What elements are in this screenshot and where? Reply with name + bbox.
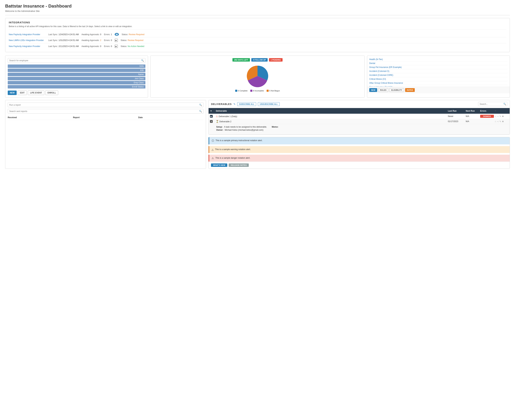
del-share-icon-2[interactable]: < xyxy=(497,120,499,123)
insurance-item-1[interactable]: Dental xyxy=(369,61,508,65)
employee-btn-row: NEW EDIT LIFE EVENT ENROLL xyxy=(8,90,146,95)
del-name-2: ⏳ Deliverable 2 xyxy=(216,120,447,123)
report-col-received: Received xyxy=(8,116,73,119)
insurance-eligibility-button[interactable]: ELIGIBILITY xyxy=(389,88,404,92)
del-edit-icon-2[interactable]: ✎ xyxy=(499,120,501,123)
del-last-ran-1: Never xyxy=(448,115,465,118)
search-sent-icon[interactable]: 🔍 xyxy=(198,109,203,113)
integration-link-3[interactable]: New Paylocity Integration Provider xyxy=(9,45,46,47)
edit-employee-button[interactable]: EDIT xyxy=(18,90,27,95)
integration-link-2[interactable]: New LIMRA LDEx Integration Provider xyxy=(9,39,46,42)
notification-danger-text: This is a sample danger notation alert. xyxy=(215,157,250,159)
employee-search-icon[interactable]: 🔍 xyxy=(140,58,145,63)
insurance-item-6[interactable]: Aflac Group Critical Illness Insurance xyxy=(369,81,508,85)
run-report-search-icon[interactable]: 🔍 xyxy=(198,103,203,107)
search-sent-reports-row[interactable]: 🔍 xyxy=(8,109,203,113)
status-value-2: Review Required xyxy=(128,39,143,42)
legend-complete: 6 Complete xyxy=(235,90,247,92)
sync-date-1: 1/24/2023 4:24:51 AM xyxy=(59,33,79,36)
last-sync-1: Last Sync: 1/24/2023 4:24:51 AM xyxy=(48,33,79,36)
del-edit-icon-1[interactable]: ✎ xyxy=(499,115,501,118)
insurance-item-7[interactable]: Group Voluntary Disability xyxy=(369,85,508,87)
follow-up-badge: 4 FOLLOW UP xyxy=(251,58,268,61)
employee-search-input[interactable] xyxy=(8,59,140,63)
del-dismiss-button-1[interactable]: DISMISS xyxy=(480,115,494,118)
integration-row-2: New LIMRA LDEx Integration Provider Last… xyxy=(9,38,506,43)
notification-danger: ⚠ This is a sample danger notation alert… xyxy=(208,155,510,162)
field-ssn[interactable]: SSN xyxy=(8,65,146,68)
employee-search-row[interactable]: 🔍 xyxy=(8,58,146,63)
insurance-rates-button[interactable]: RATES xyxy=(405,88,415,92)
del-col-deliverable: Deliverable xyxy=(216,110,447,112)
insurance-item-0[interactable]: Health (N-Tier) xyxy=(369,57,508,61)
del-share-icon-1[interactable]: < xyxy=(497,115,499,118)
employee-search-panel: 🔍 SSN EID Name Job Class Emp Class Enrol… xyxy=(5,56,148,98)
legend-dot-not-begun xyxy=(267,90,269,92)
status-value-1: Review Required xyxy=(129,33,144,36)
whats-new-button[interactable]: WHAT'S NEW xyxy=(211,164,227,167)
life-event-button[interactable]: LIFE EVENT xyxy=(28,90,44,95)
del-expand-2[interactable]: ▼ xyxy=(210,120,213,123)
integrations-section: INTEGRATIONS Below is a listing of all a… xyxy=(5,18,510,52)
employee-field-list: SSN EID Name Job Class Emp Class Enroll … xyxy=(8,65,146,89)
del-expand-1[interactable]: ▶ xyxy=(210,115,213,118)
info-icon: ⓘ xyxy=(212,139,214,142)
insurance-item-2[interactable]: Group Pet Insurance (ER Example) xyxy=(369,65,508,69)
pause-button-1[interactable]: ▮▮ xyxy=(115,33,119,36)
play-button-2[interactable]: ▶ xyxy=(115,39,118,42)
insurance-item-4[interactable]: Accident (Colonial-CORE) xyxy=(369,73,508,77)
del-col-errors: Errors xyxy=(480,110,494,112)
deliverables-search-input[interactable] xyxy=(478,102,502,106)
setup-value: A task needs to be assigned to this deli… xyxy=(224,126,267,128)
awaiting-2: Awaiting Approvals: 2 xyxy=(81,39,101,42)
play-button-3[interactable]: ▶ xyxy=(115,45,118,48)
deliverables-panel: DELIVERABLES ✎ SUBSCRIBE ALL UNSUBSCRIBE… xyxy=(208,100,510,135)
insurance-rules-button[interactable]: RULES xyxy=(378,88,388,92)
chart-badges: 282 DAYS LEFT 4 FOLLOW UP 1 PENDING xyxy=(232,58,283,61)
integrations-description: Below is a listing of all active API int… xyxy=(9,25,506,30)
unsubscribe-all-button[interactable]: UNSUBSCRIBE ALL xyxy=(258,102,280,106)
field-emp-class[interactable]: Emp Class xyxy=(8,81,146,84)
enroll-button[interactable]: ENROLL xyxy=(45,90,58,95)
legend-label-not-begun: 5 Not Begun xyxy=(269,90,280,92)
release-notes-button[interactable]: RELEASE NOTES xyxy=(229,164,249,167)
subscribe-all-button[interactable]: SUBSCRIBE ALL xyxy=(237,102,256,106)
integration-link-1[interactable]: New Paylocity Integration Provider xyxy=(9,33,46,36)
del-add-icon[interactable]: + xyxy=(495,109,508,113)
deliverables-search-icon[interactable]: 🔍 xyxy=(502,102,507,106)
field-eid[interactable]: EID xyxy=(8,69,146,72)
insurance-new-button[interactable]: NEW xyxy=(369,88,377,92)
legend-dot-incomplete xyxy=(250,90,252,92)
insurance-actions: NEW RULES ELIGIBILITY RATES xyxy=(367,87,510,93)
field-job-class[interactable]: Job Class xyxy=(8,77,146,80)
run-report-input[interactable] xyxy=(8,103,198,107)
insurance-item-3[interactable]: Accident (Colonial-CI) xyxy=(369,69,508,73)
sync-date-3: 2/11/2023 4:24:51 AM xyxy=(59,45,79,47)
run-report-row[interactable]: 🔍 xyxy=(8,103,203,107)
del-col-next-run: Next Run xyxy=(466,110,479,112)
deliverables-search-row[interactable]: 🔍 xyxy=(478,102,507,106)
search-sent-reports-input[interactable] xyxy=(8,109,198,113)
pie-legend: 6 Complete 8 Incomplete 5 Not Begun xyxy=(235,90,280,92)
detail-owner-row: Owner: Michael Kelso (michael.kelso@gmai… xyxy=(216,129,507,131)
deliverables-header: DELIVERABLES ✎ SUBSCRIBE ALL UNSUBSCRIBE… xyxy=(208,100,510,108)
del-delete-icon-1[interactable]: ✖ xyxy=(502,115,504,118)
deliverable-expanded-detail: Setup: A task needs to be assigned to th… xyxy=(208,124,510,135)
notifications-panel: ⓘ This is a sample primary instructional… xyxy=(208,137,510,169)
integration-row-3: New Paylocity Integration Provider Last … xyxy=(9,43,506,49)
insurance-item-5[interactable]: Critical Illness (CI) xyxy=(369,77,508,81)
del-star-icon-2[interactable]: ☆ xyxy=(495,120,497,123)
awaiting-1: Awaiting Approvals: 0 xyxy=(81,33,101,36)
field-enroll-status[interactable]: Enroll Status xyxy=(8,85,146,89)
page-title: Battstar Insurance - Dashboard xyxy=(5,3,510,9)
integration-meta-3: Last Sync: 2/11/2023 4:24:51 AM Awaiting… xyxy=(48,45,506,48)
last-sync-2: Last Sync: 1/31/2023 4:24:51 AM xyxy=(48,39,79,42)
del-actions-1: ☆ < ✎ ✖ xyxy=(495,115,508,118)
days-left-badge: 282 DAYS LEFT xyxy=(232,58,250,61)
del-delete-icon-2[interactable]: ✖ xyxy=(502,120,504,123)
new-employee-button[interactable]: NEW xyxy=(8,90,17,95)
field-name[interactable]: Name xyxy=(8,73,146,76)
deliverables-edit-icon[interactable]: ✎ xyxy=(233,103,236,105)
detail-setup-row: Setup: A task needs to be assigned to th… xyxy=(216,126,507,128)
del-star-icon-1[interactable]: ☆ xyxy=(495,115,497,118)
